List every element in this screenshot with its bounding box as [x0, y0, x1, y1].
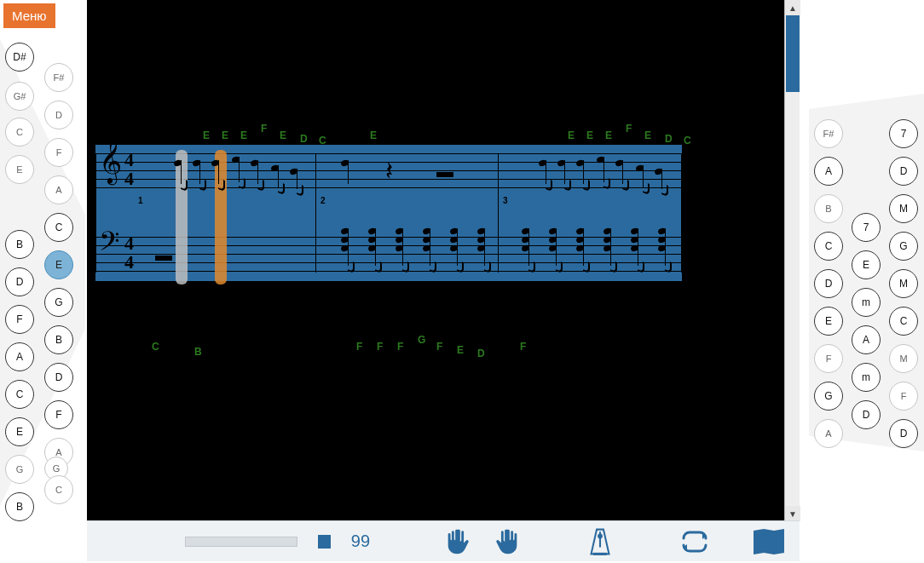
note-name-label: C	[684, 135, 691, 146]
note-name-label: F	[356, 341, 362, 353]
right-key[interactable]: D	[814, 269, 843, 298]
right-key[interactable]: M	[889, 194, 918, 223]
left-keyboard-panel: D# G# C E B D F A C E G B F# D F A C E G…	[0, 32, 85, 509]
left-key[interactable]: D#	[5, 43, 34, 72]
loop-icon[interactable]	[679, 530, 711, 554]
right-key[interactable]: B	[814, 194, 843, 223]
right-key[interactable]: E	[852, 250, 881, 279]
note-name-label: B	[194, 346, 202, 358]
bass-timesig-top: 4	[124, 235, 134, 252]
note-name-label: E	[605, 129, 612, 141]
right-key[interactable]: m	[852, 363, 881, 392]
right-key[interactable]: F	[814, 344, 843, 373]
right-key[interactable]: D	[852, 400, 881, 429]
staff-system: 𝄞 𝄢 4 4 4 4 1 2 3 𝄽 ▬ ▬	[95, 145, 682, 281]
treble-timesig-bot: 4	[124, 170, 134, 187]
right-key[interactable]: C	[814, 232, 843, 261]
note-name-label: F	[377, 341, 383, 353]
right-hand-icon[interactable]	[493, 527, 522, 556]
svg-point-2	[598, 534, 602, 537]
right-key[interactable]: A	[814, 157, 843, 186]
tempo-value: 99	[351, 531, 370, 551]
left-key[interactable]: A	[44, 175, 73, 204]
left-key-active[interactable]: E	[44, 250, 73, 279]
measure-number: 1	[138, 196, 143, 205]
menu-button[interactable]: Меню	[3, 3, 55, 28]
note-name-label: D	[665, 133, 673, 145]
rest-icon: ▬	[436, 162, 453, 181]
left-key[interactable]: C	[44, 475, 73, 504]
left-key[interactable]: E	[5, 417, 34, 446]
note-name-label: C	[152, 341, 159, 353]
bass-timesig-bot: 4	[124, 254, 134, 271]
note-name-label: F	[436, 341, 442, 353]
scroll-thumb[interactable]	[786, 15, 800, 92]
note-name-label: E	[586, 129, 593, 141]
left-key[interactable]: G#	[5, 82, 34, 111]
left-key[interactable]: G	[44, 288, 73, 317]
playback-cursor-primary[interactable]	[215, 150, 227, 284]
right-key[interactable]: G	[889, 232, 918, 261]
left-key[interactable]: G	[5, 455, 34, 484]
left-key[interactable]: B	[44, 325, 73, 354]
left-key[interactable]: D	[5, 267, 34, 296]
note-name-label: E	[370, 129, 377, 141]
transport-toolbar: 99	[87, 520, 800, 561]
measure-number: 2	[321, 196, 326, 205]
note-name-label: E	[644, 129, 651, 141]
scroll-down-arrow[interactable]: ▼	[785, 506, 800, 521]
left-key[interactable]: B	[5, 230, 34, 259]
right-key[interactable]: A	[814, 419, 843, 448]
left-key[interactable]: F	[44, 400, 73, 429]
treble-clef-icon: 𝄞	[99, 141, 122, 181]
left-key[interactable]: F	[5, 305, 34, 334]
left-key[interactable]: C	[5, 380, 34, 409]
scroll-up-arrow[interactable]: ▲	[785, 0, 800, 15]
note-name-label: E	[568, 129, 575, 141]
right-keyboard-panel: F# A B C D E F G A 7 E m A m D 7 D M G M…	[809, 94, 924, 451]
note-name-label: F	[261, 123, 267, 135]
left-key[interactable]: D	[44, 363, 73, 392]
bass-clef-icon: 𝄢	[99, 228, 119, 261]
left-key[interactable]: C	[44, 213, 73, 242]
metronome-icon[interactable]	[586, 527, 614, 556]
left-key[interactable]: F#	[44, 63, 73, 92]
note-name-label: F	[397, 341, 403, 353]
book-icon[interactable]	[752, 527, 786, 556]
right-key[interactable]: G	[814, 382, 843, 411]
right-key[interactable]: M	[889, 344, 918, 373]
rest-icon: ▬	[155, 245, 172, 265]
vertical-scrollbar[interactable]: ▲ ▼	[784, 0, 800, 521]
playback-cursor-secondary[interactable]	[176, 150, 188, 284]
left-hand-icon[interactable]	[443, 527, 472, 556]
note-name-label: D	[300, 133, 308, 145]
note-name-label: E	[203, 129, 210, 141]
left-key[interactable]: E	[5, 155, 34, 184]
right-key[interactable]: C	[889, 307, 918, 336]
treble-timesig-top: 4	[124, 152, 134, 169]
right-key[interactable]: F	[889, 382, 918, 411]
note-name-label: E	[280, 129, 286, 141]
left-key[interactable]: D	[44, 101, 73, 129]
right-key[interactable]: M	[889, 269, 918, 298]
progress-slider[interactable]	[185, 537, 297, 547]
left-key[interactable]: C	[5, 118, 34, 146]
left-key[interactable]: F	[44, 138, 73, 167]
note-name-label: F	[520, 341, 526, 353]
right-key[interactable]: D	[889, 419, 918, 448]
note-name-label: E	[457, 344, 464, 356]
measure-number: 3	[503, 196, 508, 205]
note-name-label: E	[240, 129, 247, 141]
right-key[interactable]: 7	[889, 119, 918, 148]
right-key[interactable]: F#	[814, 119, 843, 148]
right-key[interactable]: 7	[852, 213, 881, 242]
note-name-label: D	[477, 348, 485, 359]
tempo-indicator-icon	[318, 535, 331, 549]
left-key[interactable]: A	[5, 342, 34, 371]
right-key[interactable]: D	[889, 157, 918, 186]
right-key[interactable]: E	[814, 307, 843, 336]
score-viewport: ▲ ▼ 𝄞 𝄢 4 4 4 4 1 2	[87, 0, 800, 521]
right-key[interactable]: A	[852, 325, 881, 354]
right-key[interactable]: m	[852, 288, 881, 317]
left-key[interactable]: B	[5, 492, 34, 521]
